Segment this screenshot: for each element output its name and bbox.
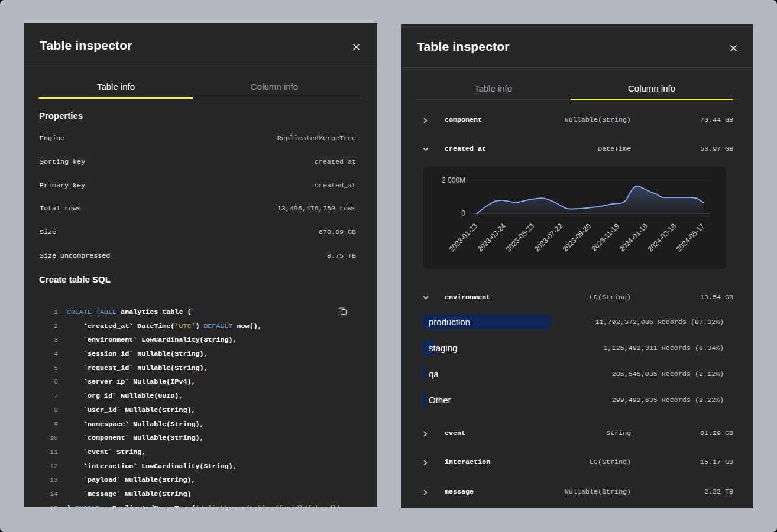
- svg-text:2024-05-17: 2024-05-17: [675, 222, 707, 254]
- svg-text:2023-05-23: 2023-05-23: [504, 222, 536, 254]
- svg-text:2024-01-18: 2024-01-18: [618, 222, 650, 254]
- svg-text:2023-07-22: 2023-07-22: [533, 222, 565, 254]
- svg-text:2023-11-19: 2023-11-19: [590, 222, 621, 253]
- svg-text:2023-01-23: 2023-01-23: [448, 222, 480, 254]
- svg-text:2023-09-20: 2023-09-20: [561, 222, 593, 254]
- svg-text:0: 0: [461, 209, 465, 218]
- svg-text:2 000M: 2 000M: [442, 176, 465, 184]
- svg-text:2024-03-18: 2024-03-18: [646, 222, 678, 254]
- svg-text:2023-03-24: 2023-03-24: [476, 222, 508, 254]
